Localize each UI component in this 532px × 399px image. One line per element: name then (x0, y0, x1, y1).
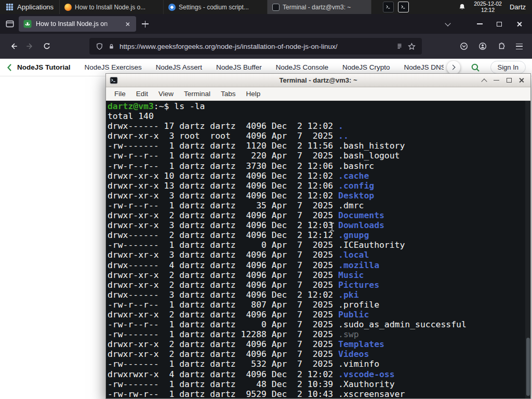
terminal-line: drwx------ 2 dartz dartz 4096 Dec 2 12:1… (108, 230, 530, 240)
terminal-menu-help[interactable]: Help (241, 88, 266, 99)
terminal-line: drwxrwxr-x 4 dartz dartz 4096 Dec 2 12:0… (108, 369, 530, 379)
tracking-protection-shield-icon[interactable] (96, 43, 103, 50)
terminal-icon (272, 4, 280, 11)
reload-button[interactable] (38, 38, 55, 55)
notification-bell-icon[interactable] (458, 3, 466, 11)
applications-grid-icon (6, 3, 14, 11)
terminal-line: drwxr-xr-x 10 dartz dartz 4096 Dec 2 12:… (108, 171, 530, 181)
terminal-line: -rw------- 1 dartz dartz 12288 Apr 7 202… (108, 329, 530, 339)
bookmark-star-icon[interactable] (408, 43, 416, 50)
site-nav-item[interactable]: NodeJS Buffer (216, 63, 262, 71)
tray-terminal-icon[interactable] (383, 2, 394, 12)
taskbar-window-button[interactable]: Terminal - dartz@vm3: ~ (268, 0, 371, 14)
clock-time: 12:12 (474, 7, 502, 14)
terminal-menu-edit[interactable]: Edit (131, 88, 153, 99)
terminal-line: drwx------ 17 dartz dartz 4096 Dec 2 12:… (108, 121, 530, 131)
pocket-icon[interactable] (460, 42, 468, 50)
terminal-output[interactable]: dartz@vm3:~$ ls -latotal 140drwx------ 1… (106, 101, 530, 398)
terminal-window: Terminal - dartz@vm3: ~ FileEditViewTerm… (105, 73, 531, 399)
site-nav-item[interactable]: NodeJS Tutorial (17, 63, 71, 71)
nav-scroll-left-icon[interactable] (6, 63, 12, 72)
site-nav-item[interactable]: NodeJS Console (276, 63, 328, 71)
firefox-view-icon[interactable] (5, 19, 15, 29)
padlock-icon[interactable] (108, 43, 115, 50)
terminal-menubar: FileEditViewTerminalTabsHelp (106, 87, 530, 101)
tray-terminal-active-icon[interactable] (398, 2, 409, 12)
system-tray (383, 0, 409, 14)
tab-close-icon[interactable] (123, 20, 131, 28)
terminal-menu-terminal[interactable]: Terminal (179, 88, 216, 99)
sign-in-button[interactable]: Sign In (490, 61, 526, 74)
terminal-line: -rw------- 1 dartz dartz 532 Apr 7 2025 … (108, 359, 530, 369)
nav-scroll-right-button[interactable] (447, 61, 460, 74)
taskbar-window-title: Settings - codium script... (179, 4, 262, 11)
site-nav-item[interactable]: NodeJS DNS (404, 63, 444, 71)
window-maximize-button[interactable] (493, 17, 506, 31)
system-taskbar: Applications How to Install Node.js o...… (0, 0, 532, 14)
site-nav-right: Sign In (447, 61, 526, 74)
terminal-window-controls (478, 75, 527, 86)
terminal-menu-view[interactable]: View (153, 88, 179, 99)
terminal-line: drwxr-xr-x 2 dartz dartz 4096 Apr 7 2025… (108, 270, 530, 280)
terminal-line: -rw------- 1 dartz dartz 0 Apr 7 2025 .I… (108, 240, 530, 250)
terminal-line: drwx------ 4 dartz dartz 4096 Apr 7 2025… (108, 260, 530, 270)
user-menu[interactable]: Dartz (510, 3, 526, 11)
terminal-line: drwxr-xr-x 3 dartz dartz 4096 Dec 2 12:0… (108, 220, 530, 230)
taskbar-right-area: 2025-12-02 12:12 Dartz (458, 0, 532, 14)
browser-tab-bar: How to Install Node.js on (0, 14, 532, 34)
new-tab-button[interactable] (142, 21, 149, 28)
browser-tab[interactable]: How to Install Node.js on (19, 16, 136, 32)
menu-hamburger-icon[interactable] (516, 44, 523, 49)
terminal-app-icon (110, 76, 118, 85)
forward-button[interactable] (22, 38, 38, 55)
account-icon[interactable] (478, 42, 487, 50)
terminal-line: drwxr-xr-x 13 dartz dartz 4096 Dec 2 12:… (108, 181, 530, 191)
terminal-titlebar[interactable]: Terminal - dartz@vm3: ~ (106, 74, 530, 87)
terminal-close-button[interactable] (516, 75, 527, 86)
extensions-puzzle-icon[interactable] (497, 42, 506, 50)
site-nav-item[interactable]: NodeJS Exercises (85, 63, 142, 71)
taskbar-window-list: How to Install Node.js o...Settings - co… (60, 0, 371, 14)
terminal-menu-tabs[interactable]: Tabs (216, 88, 241, 99)
terminal-scrollbar-thumb[interactable] (526, 338, 530, 396)
clock[interactable]: 2025-12-02 12:12 (474, 1, 502, 13)
list-all-tabs-icon[interactable] (446, 23, 450, 25)
site-nav-item[interactable]: NodeJS Crypto (342, 63, 390, 71)
applications-menu-button[interactable]: Applications (0, 0, 60, 14)
taskbar-window-button[interactable]: How to Install Node.js o... (60, 0, 164, 14)
terminal-line: drwx------ 3 dartz dartz 4096 Dec 2 12:0… (108, 290, 530, 300)
reader-view-icon[interactable] (396, 43, 403, 50)
clock-date: 2025-12-02 (474, 1, 502, 7)
taskbar-window-title: How to Install Node.js o... (75, 4, 158, 11)
terminal-line: -rw-r--r-- 1 dartz dartz 0 Apr 7 2025 .s… (108, 320, 530, 329)
terminal-shade-button[interactable] (478, 75, 489, 86)
terminal-maximize-button[interactable] (503, 75, 514, 86)
terminal-line: -rw-r--r-- 1 dartz dartz 3730 Dec 2 12:0… (108, 161, 530, 171)
site-nav-items: NodeJS TutorialNodeJS ExercisesNodeJS As… (17, 63, 444, 71)
window-close-button[interactable] (512, 17, 526, 31)
mouse-cursor-ibeam (329, 222, 335, 232)
url-bar[interactable]: https://www.geeksforgeeks.org/node-js/in… (89, 38, 422, 55)
terminal-line: -rw-r--r-- 1 dartz dartz 35 Apr 7 2025 .… (108, 201, 530, 210)
terminal-minimize-button[interactable] (491, 75, 502, 86)
terminal-line: drwxr-xr-x 3 root root 4096 Apr 7 2025 .… (108, 131, 530, 141)
toolbar-action-icons (460, 42, 527, 50)
terminal-lines: dartz@vm3:~$ ls -latotal 140drwx------ 1… (108, 101, 530, 398)
terminal-line: drwxr-xr-x 2 dartz dartz 4096 Apr 7 2025… (108, 280, 530, 290)
terminal-title: Terminal - dartz@vm3: ~ (106, 76, 530, 84)
terminal-line: drwxr-xr-x 2 dartz dartz 4096 Apr 7 2025… (108, 339, 530, 349)
search-icon[interactable] (471, 63, 480, 72)
terminal-scrollbar[interactable] (525, 101, 530, 398)
applications-label: Applications (17, 3, 54, 11)
url-text: https://www.geeksforgeeks.org/node-js/in… (119, 43, 391, 50)
terminal-line: -rw-r--r-- 1 dartz dartz 807 Apr 7 2025 … (108, 300, 530, 310)
site-nav-item[interactable]: NodeJS Assert (156, 63, 202, 71)
taskbar-window-button[interactable]: Settings - codium script... (164, 0, 268, 14)
terminal-line: total 140 (108, 111, 530, 121)
terminal-menu-file[interactable]: File (109, 88, 131, 99)
back-button[interactable] (5, 38, 22, 55)
window-minimize-button[interactable] (473, 17, 486, 31)
browser-window-controls (473, 17, 527, 31)
terminal-line: dartz@vm3:~$ ls -la (108, 101, 530, 111)
settings-icon (168, 4, 176, 11)
